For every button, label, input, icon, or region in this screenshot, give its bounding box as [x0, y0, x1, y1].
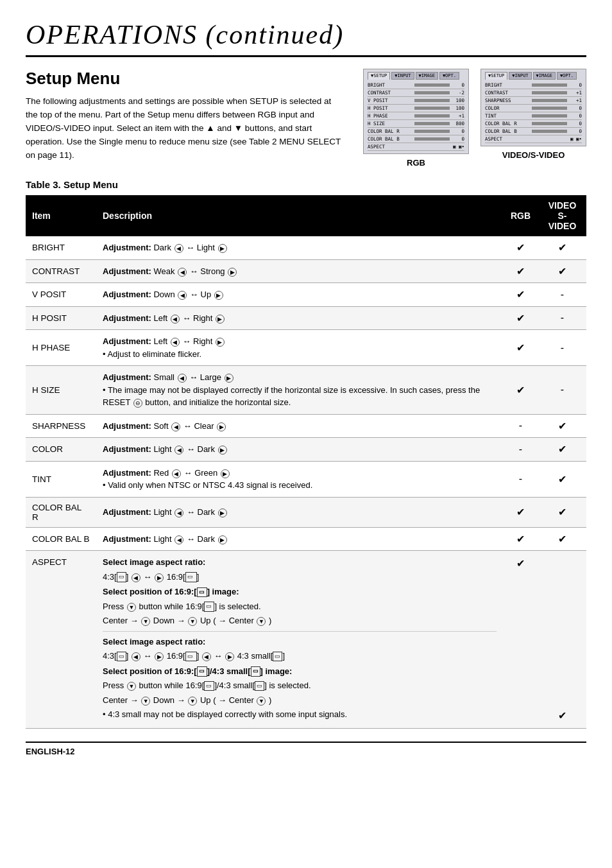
check-sharpness-rgb: -: [503, 414, 538, 438]
table-row: ASPECT Select image aspect ratio: 4:3[▭]…: [26, 551, 586, 729]
table-row: COLOR Adjustment: Light ◀ ↔ Dark ▶ - ✔: [26, 438, 586, 462]
check-vposit-rgb: ✔: [503, 283, 538, 307]
check-aspect-rgb: ✔: [503, 551, 538, 729]
section-title: Setup Menu: [26, 69, 344, 89]
check-colorbalb-video: ✔: [538, 527, 586, 551]
table-row: CONTRAST Adjustment: Weak ◀ ↔ Strong ▶ ✔…: [26, 259, 586, 283]
item-vposit: V POSIT: [26, 283, 96, 307]
check-colorbalr-video: ✔: [538, 497, 586, 527]
menu-images-area: ▼SETUP ▼INPUT ▼IMAGE ▼OPT. BRIGHT0 CONTR…: [363, 69, 586, 168]
video-screenshot-group: ▼SETUP ▼INPUT ▼IMAGE ▼OPT. BRIGHT0 CONTR…: [480, 69, 586, 160]
item-hphase: H PHASE: [26, 330, 96, 366]
check-tint-video: ✔: [538, 461, 586, 497]
check-contrast-video: ✔: [538, 259, 586, 283]
page-title: OPERATIONS (continued): [26, 19, 586, 50]
table-row: H PHASE Adjustment: Left ◀ ↔ Right ▶ • A…: [26, 330, 586, 366]
check-contrast-rgb: ✔: [503, 259, 538, 283]
check-hposit-video: -: [538, 306, 586, 330]
item-color: COLOR: [26, 438, 96, 462]
desc-contrast: Adjustment: Weak ◀ ↔ Strong ▶: [96, 259, 503, 283]
col-header-rgb: RGB: [503, 195, 538, 236]
check-sharpness-video: ✔: [538, 414, 586, 438]
table-row: COLOR BAL B Adjustment: Light ◀ ↔ Dark ▶…: [26, 527, 586, 551]
rgb-screenshot: ▼SETUP ▼INPUT ▼IMAGE ▼OPT. BRIGHT0 CONTR…: [363, 69, 469, 154]
check-colorbalb-rgb: ✔: [503, 527, 538, 551]
intro-text: The following adjustments and settings a…: [26, 95, 344, 162]
table-row: BRIGHT Adjustment: Dark ◀ ↔ Light ▶ ✔ ✔: [26, 236, 586, 259]
item-colorbalb: COLOR BAL B: [26, 527, 96, 551]
desc-hsize: Adjustment: Small ◀ ↔ Large ▶ • The imag…: [96, 366, 503, 415]
desc-hposit: Adjustment: Left ◀ ↔ Right ▶: [96, 306, 503, 330]
desc-vposit: Adjustment: Down ◀ ↔ Up ▶: [96, 283, 503, 307]
video-screenshot: ▼SETUP ▼INPUT ▼IMAGE ▼OPT. BRIGHT0 CONTR…: [480, 69, 586, 146]
table-row: SHARPNESS Adjustment: Soft ◀ ↔ Clear ▶ -…: [26, 414, 586, 438]
item-bright: BRIGHT: [26, 236, 96, 259]
desc-bright: Adjustment: Dark ◀ ↔ Light ▶: [96, 236, 503, 259]
item-hposit: H POSIT: [26, 306, 96, 330]
check-hphase-rgb: ✔: [503, 330, 538, 366]
footer: ENGLISH-12: [26, 742, 586, 756]
check-aspect-video: ✔: [538, 551, 586, 729]
item-hsize: H SIZE: [26, 366, 96, 415]
desc-colorbalb: Adjustment: Light ◀ ↔ Dark ▶: [96, 527, 503, 551]
item-contrast: CONTRAST: [26, 259, 96, 283]
desc-aspect: Select image aspect ratio: 4:3[▭] ◀ ↔ ▶ …: [96, 551, 503, 729]
setup-table: Item Description RGB VIDEOS-VIDEO BRIGHT…: [26, 195, 586, 729]
col-header-desc: Description: [96, 195, 503, 236]
col-header-video: VIDEOS-VIDEO: [538, 195, 586, 236]
table-section-title: Table 3. Setup Menu: [26, 179, 586, 190]
table-row: H POSIT Adjustment: Left ◀ ↔ Right ▶ ✔ -: [26, 306, 586, 330]
table-row: COLOR BAL R Adjustment: Light ◀ ↔ Dark ▶…: [26, 497, 586, 527]
check-bright-rgb: ✔: [503, 236, 538, 259]
check-hsize-rgb: ✔: [503, 366, 538, 415]
check-hsize-video: -: [538, 366, 586, 415]
desc-hphase: Adjustment: Left ◀ ↔ Right ▶ • Adjust to…: [96, 330, 503, 366]
item-colorbalr: COLOR BAL R: [26, 497, 96, 527]
col-header-item: Item: [26, 195, 96, 236]
check-vposit-video: -: [538, 283, 586, 307]
rgb-screenshot-group: ▼SETUP ▼INPUT ▼IMAGE ▼OPT. BRIGHT0 CONTR…: [363, 69, 469, 168]
check-color-video: ✔: [538, 438, 586, 462]
table-row: TINT Adjustment: Red ◀ ↔ Green ▶ • Valid…: [26, 461, 586, 497]
desc-color: Adjustment: Light ◀ ↔ Dark ▶: [96, 438, 503, 462]
table-row: H SIZE Adjustment: Small ◀ ↔ Large ▶ • T…: [26, 366, 586, 415]
desc-colorbalr: Adjustment: Light ◀ ↔ Dark ▶: [96, 497, 503, 527]
desc-sharpness: Adjustment: Soft ◀ ↔ Clear ▶: [96, 414, 503, 438]
check-hphase-video: -: [538, 330, 586, 366]
item-tint: TINT: [26, 461, 96, 497]
check-hposit-rgb: ✔: [503, 306, 538, 330]
video-label: VIDEO/S-VIDEO: [502, 150, 565, 160]
item-sharpness: SHARPNESS: [26, 414, 96, 438]
item-aspect: ASPECT: [26, 551, 96, 729]
desc-tint: Adjustment: Red ◀ ↔ Green ▶ • Valid only…: [96, 461, 503, 497]
check-colorbalr-rgb: ✔: [503, 497, 538, 527]
check-color-rgb: -: [503, 438, 538, 462]
rgb-label: RGB: [407, 158, 425, 168]
check-tint-rgb: -: [503, 461, 538, 497]
title-divider: [26, 55, 586, 57]
table-row: V POSIT Adjustment: Down ◀ ↔ Up ▶ ✔ -: [26, 283, 586, 307]
check-bright-video: ✔: [538, 236, 586, 259]
